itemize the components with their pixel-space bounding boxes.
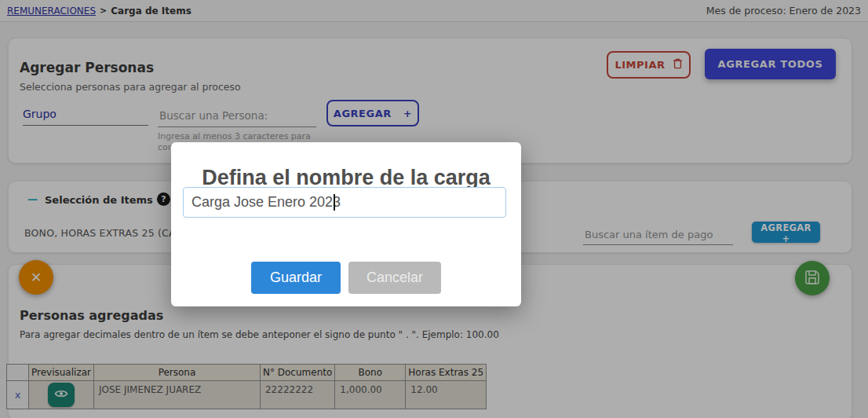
cancelar-button[interactable]: Cancelar — [348, 262, 441, 294]
text-caret — [334, 194, 335, 211]
define-load-name-modal: Defina el nombre de la carga Guardar Can… — [171, 142, 521, 306]
modal-actions: Guardar Cancelar — [171, 262, 521, 294]
guardar-button[interactable]: Guardar — [251, 262, 341, 294]
load-name-input[interactable] — [183, 187, 506, 218]
